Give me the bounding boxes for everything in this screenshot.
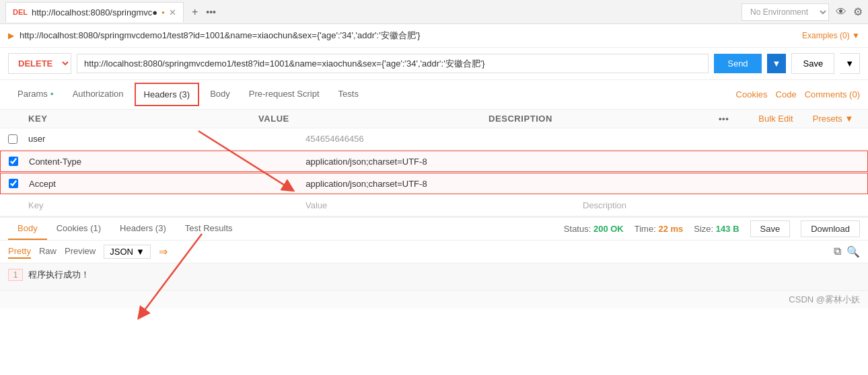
resp-tab-headers-label: Headers (3) xyxy=(120,223,166,233)
status-label: Status: 200 OK xyxy=(564,224,624,234)
browser-tab[interactable]: DEL http://localhost:8080/springmvc● ● ✕ xyxy=(5,2,184,22)
tab-pre-request-label: Pre-request Script xyxy=(249,89,320,99)
format-type-label: JSON xyxy=(110,247,133,257)
download-button[interactable]: Download xyxy=(801,220,860,237)
col-description-header: DESCRIPTION xyxy=(489,114,719,124)
tab-params-label: Params xyxy=(17,89,48,99)
tab-headers[interactable]: Headers (3) xyxy=(135,83,200,106)
footer: CSDN @雾林小妖 xyxy=(0,290,868,308)
row-content-type-key[interactable]: Content-Type xyxy=(29,157,305,167)
more-tabs-icon[interactable]: ••• xyxy=(206,7,216,17)
send-button[interactable]: Send xyxy=(714,54,761,73)
format-arrow-icon: ▼ xyxy=(136,247,145,257)
response-body: 1 程序执行成功！ xyxy=(0,263,868,290)
format-right-icons: ⧉ 🔍 xyxy=(834,245,860,258)
size-label: Size: 143 B xyxy=(694,224,739,234)
tab-authorization-label: Authorization xyxy=(73,89,124,99)
save-dropdown-button[interactable]: ▼ xyxy=(840,53,860,74)
cookies-link[interactable]: Cookies xyxy=(736,89,768,99)
row-user-key[interactable]: user xyxy=(28,134,305,144)
top-right-controls: No Environment 👁 ⚙ xyxy=(742,3,863,21)
bulk-edit-button[interactable]: Bulk Edit xyxy=(746,114,806,124)
app-container: DEL http://localhost:8080/springmvc● ● ✕… xyxy=(0,0,868,375)
new-row-key[interactable]: Key xyxy=(28,200,305,210)
resp-tab-headers[interactable]: Headers (3) xyxy=(110,218,176,240)
row-user-value[interactable]: 454654646456 xyxy=(305,134,583,144)
presets-button[interactable]: Presets ▼ xyxy=(806,114,860,124)
time-label-text: Time: xyxy=(635,224,656,234)
row-content-type-value[interactable]: application/json;charset=UTF-8 xyxy=(305,157,582,167)
url-arrow-icon: ▶ xyxy=(8,31,14,40)
row-accept-checkbox[interactable] xyxy=(9,179,18,188)
row-accept-value[interactable]: application/json;charset=UTF-8 xyxy=(305,179,582,189)
environment-select[interactable]: No Environment xyxy=(742,3,829,21)
resp-tab-test-results[interactable]: Test Results xyxy=(176,218,242,240)
comments-link[interactable]: Comments (0) xyxy=(805,89,860,99)
tab-modified-dot: ● xyxy=(161,9,165,15)
new-row-description: Description xyxy=(583,200,860,210)
resp-tab-cookies-label: Cookies (1) xyxy=(57,223,101,233)
add-tab-button[interactable]: + xyxy=(189,3,201,21)
request-bar: DELETE Send ▼ Save ▼ xyxy=(0,48,868,80)
tab-params[interactable]: Params ● xyxy=(8,82,63,107)
resp-tab-body-label: Body xyxy=(17,223,38,233)
resp-tab-test-results-label: Test Results xyxy=(185,223,233,233)
method-select[interactable]: DELETE xyxy=(8,53,71,74)
col-key-header: KEY xyxy=(28,114,258,124)
save-button[interactable]: Save xyxy=(791,53,834,74)
response-text: 程序执行成功！ xyxy=(28,269,89,281)
row-accept-key[interactable]: Accept xyxy=(29,179,305,189)
time-label: Time: 22 ms xyxy=(635,224,684,234)
header-row-user: user 454654646456 xyxy=(0,128,868,150)
footer-credit: CSDN @雾林小妖 xyxy=(789,294,860,306)
status-label-text: Status: xyxy=(564,224,591,234)
top-bar: DEL http://localhost:8080/springmvc● ● ✕… xyxy=(0,0,868,24)
copy-icon[interactable]: ⧉ xyxy=(834,245,841,258)
tab-authorization[interactable]: Authorization xyxy=(63,82,133,107)
eye-icon-button[interactable]: 👁 xyxy=(836,6,846,18)
response-save-button[interactable]: Save xyxy=(750,220,791,237)
size-value: 143 B xyxy=(716,224,739,234)
tab-close-icon[interactable]: ✕ xyxy=(169,7,176,17)
tabs-right-links: Cookies Code Comments (0) xyxy=(736,89,860,99)
fmt-tab-raw[interactable]: Raw xyxy=(39,245,57,259)
format-select[interactable]: JSON ▼ xyxy=(104,245,151,259)
header-row-new: Key Value Description xyxy=(0,195,868,216)
tab-tests-label: Tests xyxy=(338,89,359,99)
tab-pre-request[interactable]: Pre-request Script xyxy=(240,82,329,107)
tab-body-label: Body xyxy=(210,89,230,99)
row-user-checkbox[interactable] xyxy=(8,134,17,144)
resp-tab-cookies[interactable]: Cookies (1) xyxy=(47,218,110,240)
col-value-header: VALUE xyxy=(258,114,489,124)
time-value: 22 ms xyxy=(658,224,683,234)
response-section: Body Cookies (1) Headers (3) Test Result… xyxy=(0,216,868,290)
size-label-text: Size: xyxy=(694,224,713,234)
method-badge-del: DEL xyxy=(13,8,28,16)
gear-icon-button[interactable]: ⚙ xyxy=(853,5,863,18)
response-status-bar: Status: 200 OK Time: 22 ms Size: 143 B S… xyxy=(564,220,860,237)
new-row-value[interactable]: Value xyxy=(305,200,583,210)
tab-headers-label: Headers (3) xyxy=(144,89,190,99)
status-value: 200 OK xyxy=(593,224,624,234)
headers-section: KEY VALUE DESCRIPTION ••• Bulk Edit Pres… xyxy=(0,110,868,216)
tab-url-text: http://localhost:8080/springmvc● xyxy=(32,7,157,17)
tab-tests[interactable]: Tests xyxy=(329,82,368,107)
tab-body[interactable]: Body xyxy=(201,82,240,107)
search-icon[interactable]: 🔍 xyxy=(846,245,860,258)
fmt-tab-preview[interactable]: Preview xyxy=(65,245,96,259)
code-link[interactable]: Code xyxy=(776,89,797,99)
wrap-icon[interactable]: ⇒ xyxy=(159,245,168,258)
params-dot: ● xyxy=(50,91,54,97)
examples-link[interactable]: Examples (0) ▼ xyxy=(802,31,860,40)
response-tabs-row: Body Cookies (1) Headers (3) Test Result… xyxy=(0,218,868,241)
resp-tab-body[interactable]: Body xyxy=(8,218,47,240)
headers-column-row: KEY VALUE DESCRIPTION ••• Bulk Edit Pres… xyxy=(0,110,868,128)
row-content-type-checkbox[interactable] xyxy=(9,157,18,166)
col-more-header: ••• xyxy=(719,114,746,124)
format-toolbar: Pretty Raw Preview JSON ▼ ⇒ ⧉ 🔍 xyxy=(0,241,868,263)
fmt-tab-pretty[interactable]: Pretty xyxy=(8,245,31,259)
header-row-content-type: Content-Type application/json;charset=UT… xyxy=(0,151,868,172)
send-dropdown-button[interactable]: ▼ xyxy=(767,54,787,73)
line-number: 1 xyxy=(8,269,23,281)
url-input[interactable] xyxy=(77,54,709,73)
